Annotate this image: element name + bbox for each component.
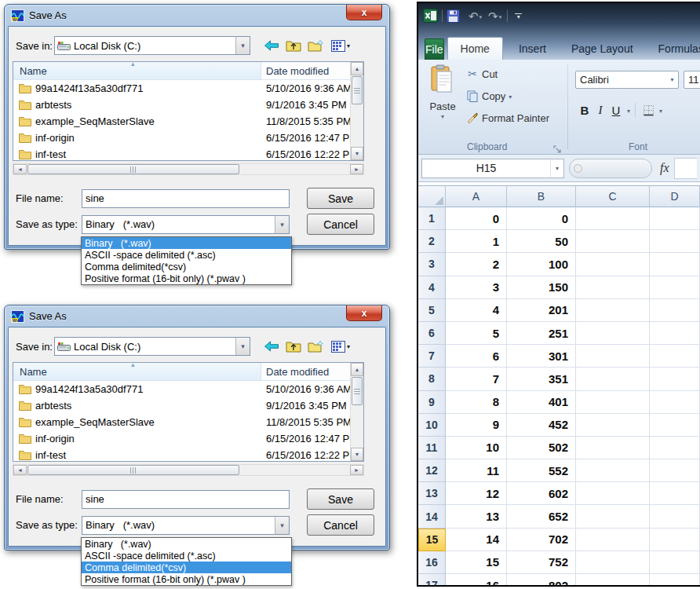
font-size-combobox[interactable]: 11 [684, 71, 700, 89]
row-header[interactable]: 10 [418, 414, 446, 437]
cell-c4[interactable] [576, 276, 650, 299]
column-header-d[interactable]: D [650, 185, 700, 207]
cell-a14[interactable]: 13 [446, 505, 507, 528]
row-header[interactable]: 1 [418, 207, 446, 230]
scroll-left-icon[interactable]: ◄ [13, 465, 27, 475]
scroll-down-icon[interactable]: ▼ [351, 147, 363, 160]
cell-c8[interactable] [576, 368, 650, 390]
customize-quick-access-toolbar-icon[interactable]: ▾ [515, 13, 522, 19]
cell-b17[interactable]: 802 [507, 574, 576, 585]
cell-d1[interactable] [650, 207, 700, 230]
cancel-button[interactable]: Cancel [307, 214, 374, 235]
cell-d16[interactable] [650, 551, 700, 574]
cell-b15[interactable]: 702 [507, 529, 576, 551]
cell-b8[interactable]: 351 [507, 368, 576, 390]
font-name-combobox[interactable]: Calibri ▾ [575, 71, 679, 89]
cell-b16[interactable]: 752 [507, 551, 576, 574]
column-header-name[interactable]: Name [13, 62, 261, 79]
cell-b6[interactable]: 251 [507, 322, 576, 345]
cell-a5[interactable]: 4 [446, 299, 507, 322]
format-painter-button[interactable]: Format Painter [465, 108, 549, 127]
cell-d11[interactable] [650, 437, 700, 459]
borders-button[interactable] [640, 101, 656, 119]
vertical-scrollbar[interactable]: ▲ ▼ [350, 62, 363, 160]
cell-d17[interactable] [650, 574, 700, 585]
list-item[interactable]: arbtests 9/1/2016 3:45 PM [13, 97, 363, 113]
row-header[interactable]: 11 [418, 437, 446, 459]
row-header[interactable]: 2 [418, 230, 446, 253]
paste-button[interactable]: Paste ▾ [425, 64, 461, 137]
cell-b1[interactable]: 0 [507, 207, 576, 230]
bold-button[interactable]: B [577, 101, 592, 119]
row-header[interactable]: 13 [418, 482, 446, 505]
select-all-corner[interactable] [418, 185, 446, 207]
column-header-b[interactable]: B [507, 185, 576, 207]
scroll-left-icon[interactable]: ◄ [13, 164, 27, 174]
save-icon[interactable] [447, 9, 460, 23]
cell-b11[interactable]: 502 [507, 437, 576, 459]
scroll-up-icon[interactable]: ▲ [351, 62, 363, 75]
cell-d6[interactable] [650, 322, 700, 345]
chevron-down-icon[interactable]: ▾ [550, 159, 563, 177]
list-item[interactable]: inf-origin 6/15/2016 12:47 PM [13, 130, 363, 146]
cell-b3[interactable]: 100 [507, 253, 576, 276]
close-button[interactable]: x [346, 305, 382, 321]
list-item[interactable]: example_SeqMasterSlave 11/8/2015 5:35 PM [13, 414, 363, 430]
tab-home[interactable]: Home [447, 37, 503, 60]
dropdown-option-ascii[interactable]: ASCII -space delimited (*.asc) [82, 249, 291, 261]
cell-b14[interactable]: 652 [507, 505, 576, 528]
dropdown-option-pwav[interactable]: Positive format (16-bit only) (*.pwav ) [82, 573, 291, 585]
cell-a16[interactable]: 15 [446, 551, 507, 574]
horizontal-scrollbar[interactable]: ◄ ► [13, 464, 364, 476]
name-box[interactable]: H15 ▾ [421, 159, 564, 178]
cut-button[interactable]: ✂ Cut [465, 64, 498, 83]
italic-button[interactable]: I [592, 101, 608, 119]
dropdown-option-ascii[interactable]: ASCII -space delimited (*.asc) [82, 550, 291, 562]
formula-input[interactable] [674, 158, 697, 179]
cell-a13[interactable]: 12 [446, 482, 507, 505]
row-header[interactable]: 5 [418, 299, 446, 322]
cell-d8[interactable] [650, 368, 700, 390]
cell-b4[interactable]: 150 [507, 276, 576, 299]
cell-d15[interactable] [650, 529, 700, 551]
cell-c16[interactable] [576, 551, 650, 574]
chevron-down-icon[interactable]: ▾ [627, 108, 630, 115]
list-item[interactable]: inf-test 6/15/2016 12:22 PM [13, 447, 363, 463]
row-header[interactable]: 17 [418, 574, 446, 585]
up-one-level-button[interactable] [284, 38, 303, 53]
save-as-type-combobox[interactable]: Binary (*.wav) ▾ [82, 215, 290, 234]
new-folder-button[interactable] [306, 338, 325, 354]
cell-b5[interactable]: 201 [507, 299, 576, 322]
scrollbar-thumb[interactable] [352, 76, 363, 104]
horizontal-scrollbar[interactable]: ◄ ► [13, 163, 364, 175]
scroll-down-icon[interactable]: ▼ [351, 448, 363, 461]
row-header[interactable]: 3 [418, 253, 446, 276]
column-header-c[interactable]: C [576, 185, 650, 207]
cell-a3[interactable]: 2 [446, 253, 507, 276]
cell-a8[interactable]: 7 [446, 368, 507, 390]
cell-c5[interactable] [576, 299, 650, 322]
cell-a4[interactable]: 3 [446, 276, 507, 299]
row-header[interactable]: 14 [418, 505, 446, 528]
row-header-selected[interactable]: 15 [418, 529, 446, 551]
scroll-right-icon[interactable]: ► [350, 465, 363, 475]
cell-a1[interactable]: 0 [446, 207, 507, 230]
cell-b12[interactable]: 552 [507, 459, 576, 482]
cell-d10[interactable] [650, 414, 700, 437]
dropdown-option-csv[interactable]: Comma delimited(*csv) [82, 261, 291, 273]
cell-b10[interactable]: 452 [507, 414, 576, 437]
cell-a15[interactable]: 14 [446, 529, 507, 551]
cell-d7[interactable] [650, 345, 700, 368]
save-button[interactable]: Save [307, 488, 374, 510]
undo-icon[interactable]: ↶ [468, 10, 479, 22]
cell-d5[interactable] [650, 299, 700, 322]
cell-a2[interactable]: 1 [446, 230, 507, 253]
cell-c9[interactable] [576, 391, 650, 414]
cell-c7[interactable] [576, 345, 650, 368]
cell-d9[interactable] [650, 391, 700, 414]
cell-c3[interactable] [576, 253, 650, 276]
file-name-input[interactable] [82, 189, 290, 208]
row-header[interactable]: 16 [418, 551, 446, 574]
back-button[interactable] [262, 38, 281, 53]
list-item[interactable]: 99a1424f13a5a30df771 5/10/2016 9:36 AM [13, 381, 363, 397]
